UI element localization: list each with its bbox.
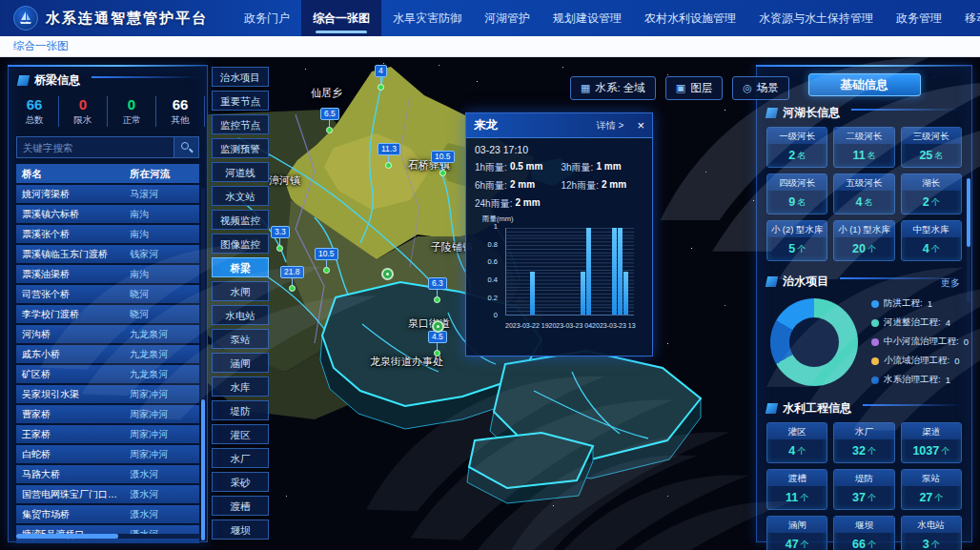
nav-item[interactable]: 河湖管护 (473, 0, 541, 36)
rain-bar (530, 272, 535, 316)
stat-card[interactable]: 涵闸 47 个 (766, 516, 827, 550)
stat-card[interactable]: 四级河长 9 名 (766, 173, 827, 214)
layer-button[interactable]: 监测预警 (212, 138, 269, 158)
stat-card[interactable]: 水电站 3 个 (901, 516, 962, 550)
layer-button[interactable]: 堰坝 (212, 519, 269, 540)
table-row[interactable]: 票溪张个桥 南沟 (16, 225, 199, 243)
table-row[interactable]: 王家桥 周家冲河 (16, 425, 199, 443)
nav-item[interactable]: 农村水利设施管理 (633, 0, 747, 36)
map-marker[interactable]: 4.5 (428, 331, 447, 356)
card-label: 渠道 (902, 423, 961, 439)
layer-button[interactable]: 河道线 (212, 162, 269, 182)
right-panel-scrollbar[interactable] (967, 178, 970, 302)
metric-label: 3h雨量: (561, 161, 594, 174)
stat-card[interactable]: 渡槽 11 个 (766, 469, 827, 510)
map-marker[interactable]: 21.8 (280, 266, 304, 292)
marker-value-tag: 3.3 (271, 226, 290, 238)
breadcrumb[interactable]: 综合一张图 (13, 39, 69, 53)
metric-label: 1h雨量: (475, 161, 507, 174)
stat-card[interactable]: 小 (1) 型水库 20 个 (833, 220, 894, 261)
station-marker-icon[interactable] (432, 320, 444, 333)
stat-card[interactable]: 五级河长 4 名 (833, 173, 894, 214)
map-tool-button[interactable]: ◎ 场景 (732, 76, 789, 100)
table-row[interactable]: 集贸市场桥 滠水河 (16, 505, 199, 523)
table-row[interactable]: 票溪油渠桥 南沟 (16, 265, 199, 283)
marker-value-tag: 11.3 (378, 143, 400, 155)
map-marker[interactable]: 3.3 (271, 226, 290, 252)
layer-button[interactable]: 水厂 (212, 448, 269, 468)
map-marker[interactable]: 10.5 (431, 151, 455, 176)
table-row[interactable]: 马路大桥 滠水河 (16, 465, 199, 483)
layer-button[interactable]: 桥梁 (212, 257, 269, 277)
basic-info-button[interactable]: 基础信息 (808, 73, 921, 96)
popup-detail-link[interactable]: 详情 > (597, 119, 624, 132)
card-value: 2 (923, 195, 929, 209)
stat-card[interactable]: 小 (2) 型水库 5 个 (766, 220, 827, 261)
layer-button[interactable]: 灌区 (212, 424, 269, 444)
projects-more-link[interactable]: 更多 (941, 276, 960, 290)
layer-button[interactable]: 泵站 (212, 329, 269, 349)
stat-card[interactable]: 水厂 32 个 (833, 422, 894, 463)
nav-item[interactable]: 政务门户 (233, 0, 301, 36)
table-row[interactable]: 国营电网珠宝厂门口渡桥 滠水河 (16, 485, 199, 503)
table-row[interactable]: 白蛇桥 周家冲河 (16, 445, 199, 463)
stat-card[interactable]: 灌区 4 个 (766, 422, 827, 463)
map-marker[interactable]: 6.5 (320, 108, 339, 133)
stat-card[interactable]: 一级河长 2 名 (766, 127, 827, 168)
table-row[interactable]: 吴家坝引水渠 周家冲河 (16, 385, 199, 403)
close-icon[interactable]: × (637, 119, 644, 132)
nav-item[interactable]: 水旱灾害防御 (381, 0, 473, 36)
table-row[interactable]: 票溪镇六标桥 南沟 (16, 205, 199, 223)
layer-button[interactable]: 水文站 (212, 186, 269, 206)
river-cell: 周家冲河 (122, 405, 199, 423)
table-row[interactable]: 司营张个桥 晓河 (16, 285, 199, 303)
layer-button[interactable]: 水库 (212, 377, 269, 397)
nav-item[interactable]: 规划建设管理 (541, 0, 633, 36)
table-vertical-scrollbar[interactable] (201, 188, 205, 540)
layer-button[interactable]: 水闸 (212, 281, 269, 301)
table-row[interactable]: 曹家桥 周家冲河 (16, 405, 199, 423)
layer-button[interactable]: 水电站 (212, 305, 269, 325)
map-marker[interactable]: 10.5 (315, 248, 338, 274)
card-unit: 个 (868, 539, 876, 550)
table-row[interactable]: 戚东小桥 九龙泉河 (16, 345, 199, 363)
table-row[interactable]: 矿区桥 九龙泉河 (16, 365, 199, 383)
layer-button[interactable]: 堤防 (212, 400, 269, 420)
table-row[interactable]: 票溪镇临玉东门渡桥 钱家河 (16, 245, 199, 263)
nav-item[interactable]: 移动工作管理 (953, 0, 980, 36)
layer-button[interactable]: 视频监控 (212, 210, 269, 230)
stat-card[interactable]: 渠道 1037 个 (901, 422, 962, 463)
stat-card[interactable]: 三级河长 25 名 (901, 127, 962, 168)
search-input[interactable] (17, 137, 174, 157)
stat-card[interactable]: 中型水库 4 个 (901, 220, 962, 261)
map-marker[interactable]: 11.3 (378, 143, 400, 169)
map-tool-button[interactable]: ▦ 水系: 全域 (570, 76, 656, 100)
station-marker-icon[interactable] (381, 268, 394, 280)
stat-card[interactable]: 二级河长 11 名 (833, 127, 894, 168)
search-button[interactable] (174, 137, 198, 157)
stat-card[interactable]: 堰坝 66 个 (833, 516, 894, 550)
layer-menu: 治水项目重要节点监控节点监测预警河道线水文站视频监控图像监控桥梁水闸水电站泵站涵… (212, 67, 269, 550)
layer-button[interactable]: 涵闸 (212, 353, 269, 373)
table-row[interactable]: 李学校门渡桥 晓河 (16, 305, 199, 323)
table-row[interactable]: 河沟桥 九龙泉河 (16, 325, 199, 343)
stat-card[interactable]: 泵站 27 个 (901, 469, 962, 510)
table-row[interactable]: 姚河湾渠桥 马滚河 (16, 185, 199, 203)
layer-button[interactable]: 重要节点 (212, 91, 269, 111)
layer-button[interactable]: 渡槽 (212, 496, 269, 516)
map-marker[interactable]: 4 (375, 65, 387, 91)
layer-button[interactable]: 监控节点 (212, 114, 269, 134)
marker-stem (442, 163, 443, 170)
map-tool-button[interactable]: ▣ 图层 (665, 76, 723, 100)
map-marker[interactable]: 6.3 (428, 277, 447, 303)
layer-button[interactable]: 图像监控 (212, 234, 269, 254)
stat-card[interactable]: 湖长 2 个 (901, 173, 962, 214)
y-tick: 0.8 (488, 241, 498, 249)
table-horizontal-scrollbar[interactable] (16, 534, 201, 539)
nav-item[interactable]: 政务管理 (885, 0, 953, 36)
nav-item[interactable]: 水资源与水土保持管理 (747, 0, 885, 36)
layer-button[interactable]: 采砂 (212, 472, 269, 492)
layer-button[interactable]: 治水项目 (212, 67, 269, 87)
nav-item[interactable]: 综合一张图 (301, 0, 381, 36)
stat-card[interactable]: 堤防 37 个 (833, 469, 894, 510)
